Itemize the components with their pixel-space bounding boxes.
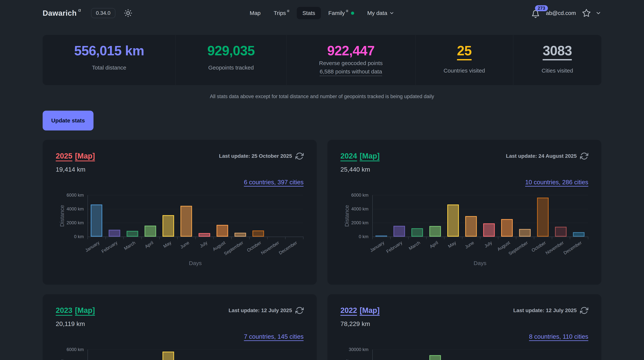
- stat-label: Cities visited: [513, 67, 601, 74]
- chart-plot-area: [372, 350, 588, 360]
- nav-item-my-data[interactable]: My data: [362, 7, 400, 19]
- stat-sub-link[interactable]: 6,588 points without data: [320, 68, 382, 76]
- x-axis-label-may: May: [447, 240, 457, 249]
- nav-item-map[interactable]: Map: [244, 7, 266, 19]
- year-map-link[interactable]: [Map]: [360, 152, 380, 160]
- bar-september: [234, 233, 246, 237]
- nav-item-trips[interactable]: Trips α: [268, 7, 295, 19]
- bar-august: [501, 219, 513, 237]
- x-axis-title: Days: [189, 260, 202, 266]
- x-axis-tick: [177, 237, 178, 239]
- app-logo[interactable]: Dawarich: [43, 9, 77, 17]
- refresh-button[interactable]: [296, 306, 304, 315]
- x-axis-tick: [88, 237, 88, 239]
- x-axis-label-march: March: [408, 240, 421, 251]
- year-distance: 20,119 km: [56, 320, 304, 328]
- navbar-left: Dawarich α 0.34.0: [43, 8, 244, 18]
- stat-value: 3083: [543, 44, 572, 60]
- x-axis-tick: [196, 237, 196, 239]
- gridline: [372, 209, 588, 209]
- year-link[interactable]: 2022: [340, 306, 357, 315]
- year-map-link[interactable]: [Map]: [360, 306, 380, 315]
- stat-cell-geopoints-tracked: 929,035 Geopoints tracked: [176, 35, 286, 85]
- stat-value: 25: [457, 44, 472, 60]
- refresh-button[interactable]: [580, 306, 588, 315]
- year-distance: 19,414 km: [56, 166, 304, 173]
- year-link[interactable]: 2025: [56, 152, 72, 160]
- x-axis-tick: [390, 237, 391, 239]
- countries-cities-link[interactable]: 10 countries, 286 cities: [525, 179, 588, 186]
- version-badge: 0.34.0: [91, 8, 115, 18]
- bar-november: [555, 227, 566, 237]
- x-axis-tick: [231, 237, 232, 239]
- user-email[interactable]: ab@cd.com: [546, 10, 576, 16]
- bar-may: [162, 352, 174, 360]
- refresh-button[interactable]: [580, 152, 588, 160]
- bar-august: [216, 225, 228, 237]
- stats-notice: All stats data above except for total di…: [43, 94, 601, 99]
- x-axis-tick: [516, 237, 516, 239]
- x-axis-tick: [303, 237, 304, 239]
- gridline: [88, 195, 303, 195]
- year-map-link[interactable]: [Map]: [75, 152, 95, 160]
- nav-item-stats[interactable]: Stats: [297, 7, 321, 19]
- theme-toggle[interactable]: [124, 9, 132, 17]
- year-card-2022: 2022 [Map] Last update: 12 July 2025 78,…: [328, 294, 602, 360]
- notification-count-badge: 273: [535, 5, 548, 11]
- bar-october: [252, 231, 264, 237]
- favorites-button[interactable]: [582, 8, 591, 17]
- refresh-icon: [296, 306, 304, 315]
- x-axis-label-april: April: [144, 240, 154, 249]
- nav-item-family[interactable]: Family α: [323, 7, 360, 19]
- x-axis-label-august: August: [496, 240, 511, 252]
- year-map-link[interactable]: [Map]: [75, 306, 95, 315]
- bar-march: [412, 228, 423, 237]
- x-axis-tick: [285, 237, 286, 239]
- gridline: [372, 223, 588, 223]
- year-distance: 25,440 km: [340, 166, 588, 173]
- chevron-down-icon: [596, 10, 601, 16]
- x-axis-tick: [534, 237, 534, 239]
- x-axis-tick: [213, 237, 214, 239]
- x-axis-label-november: November: [260, 240, 280, 256]
- x-axis-tick: [588, 237, 588, 239]
- year-distance: 78,229 km: [340, 320, 588, 328]
- year-bar-chart: 0 km10000 km20000 km30000 kmJanuaryFebru…: [340, 342, 588, 360]
- stat-label: Geopoints tracked: [176, 64, 286, 71]
- alpha-superscript: α: [346, 8, 348, 13]
- x-axis-label-november: November: [545, 240, 565, 256]
- x-axis-tick: [444, 237, 444, 239]
- countries-cities-link[interactable]: 6 countries, 397 cities: [244, 179, 304, 186]
- refresh-button[interactable]: [296, 152, 304, 160]
- x-axis-label-may: May: [162, 240, 172, 249]
- bar-april: [429, 226, 441, 237]
- countries-cities-link[interactable]: 7 countries, 145 cities: [244, 333, 304, 340]
- x-axis-label-march: March: [123, 240, 136, 251]
- y-axis-title: Distance: [59, 205, 65, 227]
- refresh-icon: [580, 152, 588, 160]
- update-stats-button[interactable]: Update stats: [43, 111, 94, 130]
- user-menu-toggle[interactable]: [596, 10, 601, 16]
- year-link[interactable]: 2023: [56, 306, 72, 315]
- page: Dawarich α 0.34.0 Map Trips α Stats: [43, 0, 601, 360]
- refresh-icon: [580, 306, 588, 315]
- notifications-button[interactable]: 273: [531, 8, 540, 18]
- stat-value: 556,015 km: [74, 44, 144, 57]
- year-card-2024: 2024 [Map] Last update: 24 August 2025 2…: [328, 140, 602, 285]
- navbar-right: 273 ab@cd.com: [400, 8, 601, 18]
- bar-may: [447, 205, 459, 237]
- y-axis-title: Distance: [344, 205, 350, 227]
- year-link[interactable]: 2024: [340, 152, 357, 160]
- countries-cities-link[interactable]: 8 countries, 110 cities: [529, 333, 588, 340]
- x-axis-tick: [462, 237, 462, 239]
- x-axis-label-july: July: [483, 240, 493, 249]
- y-axis-tick-label: 6000 km: [340, 193, 368, 198]
- last-update-text: Last update: 25 October 2025: [219, 153, 292, 159]
- x-axis-tick: [426, 237, 426, 239]
- bar-january: [376, 236, 387, 237]
- star-icon: [582, 8, 591, 17]
- navbar: Dawarich α 0.34.0 Map Trips α Stats: [43, 0, 601, 26]
- x-axis-label-september: September: [508, 240, 529, 256]
- gridline: [372, 350, 588, 350]
- x-axis-label-february: February: [385, 240, 403, 254]
